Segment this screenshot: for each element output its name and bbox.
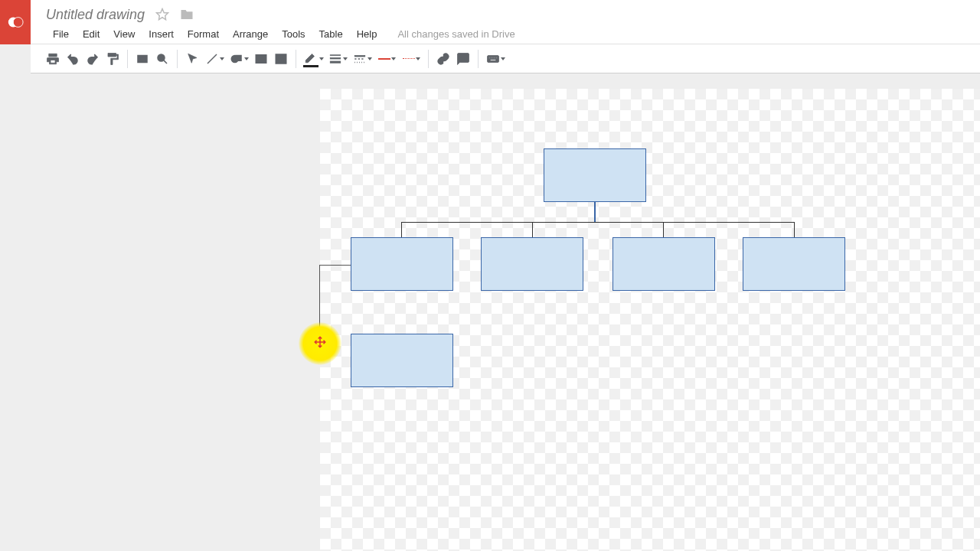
app-home-button[interactable] xyxy=(0,0,31,44)
paint-format-button[interactable] xyxy=(103,49,122,69)
svg-rect-22 xyxy=(495,57,497,58)
menu-help[interactable]: Help xyxy=(350,28,384,40)
svg-rect-14 xyxy=(330,54,341,55)
connector[interactable] xyxy=(532,222,533,237)
connector[interactable] xyxy=(794,222,795,237)
toolbar-separator xyxy=(478,50,479,68)
document-title[interactable]: Untitled drawing xyxy=(46,7,145,23)
svg-text:T: T xyxy=(259,56,263,63)
chevron-down-icon xyxy=(416,57,420,60)
comment-button[interactable] xyxy=(453,49,473,69)
svg-point-5 xyxy=(158,54,165,61)
header: Untitled drawing File Edit View Insert F… xyxy=(31,0,980,44)
line-start-button[interactable] xyxy=(374,49,399,69)
chevron-down-icon xyxy=(220,57,224,60)
select-tool-button[interactable] xyxy=(182,49,202,69)
menu-tools[interactable]: Tools xyxy=(275,28,312,40)
org-box-r2-d[interactable] xyxy=(743,237,845,291)
svg-rect-4 xyxy=(140,57,145,60)
connector[interactable] xyxy=(663,222,664,237)
menu-file[interactable]: File xyxy=(46,28,76,40)
folder-icon[interactable] xyxy=(180,8,194,21)
svg-point-1 xyxy=(13,18,23,28)
svg-line-6 xyxy=(164,60,167,63)
connector[interactable] xyxy=(594,202,596,222)
zoom-button[interactable] xyxy=(152,49,172,69)
svg-rect-21 xyxy=(493,57,495,58)
workspace xyxy=(0,73,980,551)
line-end-button[interactable] xyxy=(399,49,423,69)
org-box-r3-a[interactable] xyxy=(351,334,453,387)
svg-rect-18 xyxy=(487,55,498,62)
svg-line-7 xyxy=(207,54,217,64)
chevron-down-icon xyxy=(319,57,324,60)
toolbar-separator xyxy=(177,50,178,68)
chevron-down-icon xyxy=(343,57,348,60)
redo-button[interactable] xyxy=(83,49,103,69)
org-box-top[interactable] xyxy=(544,148,646,202)
connector[interactable] xyxy=(401,222,795,223)
toolbar-separator xyxy=(127,50,128,68)
connector-drag[interactable] xyxy=(319,265,320,344)
toolbar-separator xyxy=(296,50,296,68)
image-button[interactable] xyxy=(271,49,291,69)
svg-rect-23 xyxy=(490,59,496,60)
toolbar-separator xyxy=(428,50,429,68)
menu-edit[interactable]: Edit xyxy=(76,28,106,40)
menu-insert[interactable]: Insert xyxy=(142,28,181,40)
connector[interactable] xyxy=(401,222,402,237)
org-box-r2-c[interactable] xyxy=(612,237,715,291)
svg-rect-15 xyxy=(330,57,341,59)
line-dash-button[interactable] xyxy=(350,49,374,69)
fit-button[interactable] xyxy=(132,49,152,69)
line-thin-icon xyxy=(403,58,415,59)
menu-bar: File Edit View Insert Format Arrange Too… xyxy=(46,24,980,43)
drawings-logo-icon xyxy=(7,14,24,31)
line-weight-button[interactable] xyxy=(325,49,350,69)
star-icon[interactable] xyxy=(155,8,169,21)
chevron-down-icon xyxy=(501,57,505,60)
svg-rect-19 xyxy=(488,57,490,58)
org-box-r2-a[interactable] xyxy=(351,237,453,291)
connector-drag[interactable] xyxy=(319,265,351,266)
svg-point-13 xyxy=(278,57,280,59)
line-tool-button[interactable] xyxy=(202,49,227,69)
svg-rect-9 xyxy=(236,55,241,60)
menu-view[interactable]: View xyxy=(106,28,142,40)
shape-tool-button[interactable] xyxy=(227,49,251,69)
input-tools-button[interactable] xyxy=(483,49,508,69)
svg-rect-17 xyxy=(354,55,365,57)
svg-rect-16 xyxy=(330,61,341,63)
menu-table[interactable]: Table xyxy=(312,28,350,40)
svg-rect-20 xyxy=(491,57,492,58)
line-sample-icon xyxy=(378,58,390,60)
textbox-button[interactable]: T xyxy=(251,49,271,69)
undo-button[interactable] xyxy=(63,49,83,69)
chevron-down-icon xyxy=(244,57,249,60)
chevron-down-icon xyxy=(391,57,396,60)
chevron-down-icon xyxy=(368,57,372,60)
org-box-r2-b[interactable] xyxy=(481,237,583,291)
save-status: All changes saved in Drive xyxy=(397,28,514,40)
insert-link-button[interactable] xyxy=(433,49,453,69)
title-row: Untitled drawing xyxy=(46,0,980,23)
drawing-canvas[interactable] xyxy=(320,89,980,551)
menu-arrange[interactable]: Arrange xyxy=(226,28,275,40)
svg-marker-2 xyxy=(157,9,168,20)
toolbar: T xyxy=(31,44,980,73)
line-color-button[interactable] xyxy=(301,49,325,69)
menu-format[interactable]: Format xyxy=(181,28,226,40)
print-button[interactable] xyxy=(43,49,63,69)
